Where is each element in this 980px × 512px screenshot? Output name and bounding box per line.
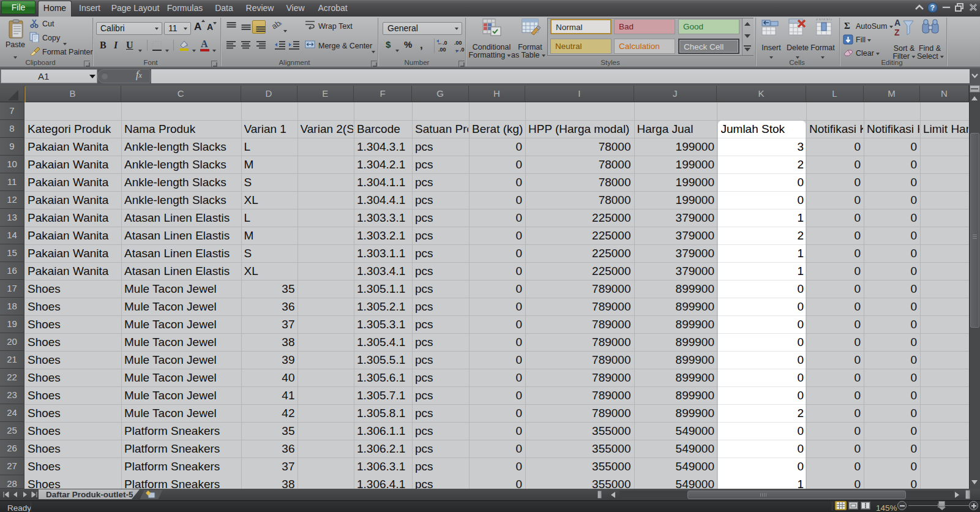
- svg-text:.00: .00: [454, 40, 462, 46]
- svg-text:ab: ab: [272, 20, 282, 30]
- svg-text:→.0: →.0: [454, 47, 465, 53]
- svg-text:A: A: [894, 18, 900, 28]
- svg-text:←.0: ←.0: [437, 40, 447, 46]
- svg-text:Z: Z: [894, 28, 900, 37]
- svg-text:.00: .00: [438, 47, 446, 53]
